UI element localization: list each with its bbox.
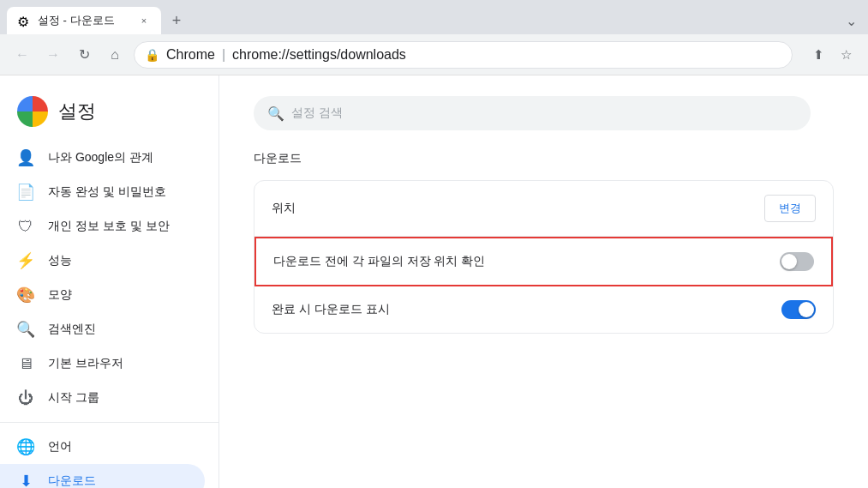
- address-url: chrome://settings/downloads: [232, 47, 406, 63]
- sidebar-item-appearance[interactable]: 🎨 모양: [0, 278, 205, 312]
- tab-favicon: ⚙: [17, 14, 31, 27]
- sidebar-item-label: 언어: [48, 439, 72, 455]
- sidebar: 설정 👤 나와 Google의 관계 📄 자동 완성 및 비밀번호 🛡 개인 정…: [0, 75, 219, 488]
- bookmark-button[interactable]: ☆: [834, 43, 858, 67]
- forward-button[interactable]: →: [41, 43, 65, 67]
- address-bar-actions: ⬆ ☆: [806, 43, 858, 67]
- lock-icon: 🔒: [145, 48, 159, 62]
- ask-where-toggle[interactable]: [780, 252, 814, 271]
- ask-where-row: 다운로드 전에 각 파일의 저장 위치 확인: [254, 237, 833, 286]
- change-button[interactable]: 변경: [764, 195, 816, 222]
- sidebar-item-label: 모양: [48, 287, 72, 303]
- section-title: 다운로드: [254, 151, 834, 166]
- search-bar-wrap: 🔍 설정 검색: [254, 96, 834, 130]
- sidebar-item-language[interactable]: 🌐 언어: [0, 430, 205, 464]
- tab-close-button[interactable]: ×: [137, 14, 151, 27]
- person-icon: 👤: [17, 149, 34, 166]
- sidebar-item-downloads[interactable]: ⬇ 다운로드: [0, 464, 205, 488]
- sidebar-item-privacy[interactable]: 🛡 개인 정보 보호 및 보안: [0, 209, 205, 244]
- sidebar-item-default-browser[interactable]: 🖥 기본 브라우저: [0, 346, 205, 381]
- settings-card: 위치 변경 다운로드 전에 각 파일의 저장 위치 확인 완료 시 다운로드 표…: [254, 180, 834, 334]
- sidebar-item-autofill[interactable]: 📄 자동 완성 및 비밀번호: [0, 175, 205, 209]
- sidebar-item-label: 나와 Google의 관계: [48, 150, 153, 166]
- sidebar-header: 설정: [0, 89, 218, 141]
- tab-bar-menu-button[interactable]: ⌄: [841, 10, 861, 31]
- address-separator: |: [222, 47, 225, 63]
- address-brand: Chrome: [166, 47, 215, 63]
- document-icon: 📄: [17, 184, 34, 201]
- back-button[interactable]: ←: [10, 43, 34, 67]
- ask-where-toggle-wrap: [780, 252, 814, 271]
- reload-button[interactable]: ↻: [72, 43, 96, 67]
- show-complete-toggle[interactable]: [781, 300, 816, 319]
- location-row: 위치 변경: [254, 181, 833, 237]
- content-area: 🔍 설정 검색 다운로드 위치 변경 다운로드 전에 각 파일의 저장 위치 확…: [219, 75, 868, 488]
- location-action: 변경: [764, 195, 816, 222]
- ask-where-label: 다운로드 전에 각 파일의 저장 위치 확인: [273, 254, 780, 269]
- power-icon: ⏻: [17, 389, 34, 407]
- sidebar-item-search[interactable]: 🔍 검색엔진: [0, 312, 205, 346]
- sidebar-item-label: 자동 완성 및 비밀번호: [48, 184, 166, 200]
- active-tab[interactable]: ⚙ 설정 - 다운로드 ×: [7, 7, 161, 34]
- address-input[interactable]: 🔒 Chrome | chrome://settings/downloads: [134, 41, 793, 69]
- download-icon: ⬇: [17, 473, 34, 488]
- location-label: 위치: [272, 201, 764, 216]
- home-button[interactable]: ⌂: [103, 43, 127, 67]
- search-bar[interactable]: 🔍 설정 검색: [254, 96, 811, 130]
- sidebar-title: 설정: [58, 99, 96, 124]
- chrome-logo: [17, 96, 48, 127]
- share-button[interactable]: ⬆: [806, 43, 830, 67]
- globe-icon: 🌐: [17, 438, 34, 455]
- shield-icon: 🛡: [17, 218, 34, 235]
- sidebar-item-label: 다운로드: [48, 473, 96, 488]
- tab-bar-right: ⌄: [841, 10, 861, 31]
- new-tab-button[interactable]: +: [165, 9, 189, 33]
- sidebar-divider: [0, 422, 218, 423]
- sidebar-item-google[interactable]: 👤 나와 Google의 관계: [0, 141, 205, 175]
- monitor-icon: 🖥: [17, 355, 34, 372]
- sidebar-item-label: 시작 그룹: [48, 390, 99, 406]
- address-bar: ← → ↻ ⌂ 🔒 Chrome | chrome://settings/dow…: [0, 34, 868, 75]
- tab-bar: ⚙ 설정 - 다운로드 × + ⌄: [0, 0, 868, 34]
- search-icon: 🔍: [17, 321, 34, 338]
- search-placeholder: 설정 검색: [291, 105, 343, 121]
- sidebar-item-performance[interactable]: ⚡ 성능: [0, 244, 205, 278]
- show-complete-label: 완료 시 다운로드 표시: [272, 302, 781, 317]
- search-icon: 🔍: [267, 105, 284, 122]
- sidebar-item-startup[interactable]: ⏻ 시작 그룹: [0, 381, 205, 415]
- show-complete-row: 완료 시 다운로드 표시: [254, 286, 833, 333]
- main-layout: 설정 👤 나와 Google의 관계 📄 자동 완성 및 비밀번호 🛡 개인 정…: [0, 75, 868, 488]
- palette-icon: 🎨: [17, 286, 34, 304]
- lightning-icon: ⚡: [17, 252, 34, 269]
- sidebar-item-label: 기본 브라우저: [48, 356, 123, 371]
- sidebar-item-label: 검색엔진: [48, 322, 96, 337]
- sidebar-item-label: 성능: [48, 253, 72, 268]
- sidebar-item-label: 개인 정보 보호 및 보안: [48, 219, 170, 234]
- show-complete-toggle-wrap: [781, 300, 816, 319]
- tab-title: 설정 - 다운로드: [38, 13, 130, 28]
